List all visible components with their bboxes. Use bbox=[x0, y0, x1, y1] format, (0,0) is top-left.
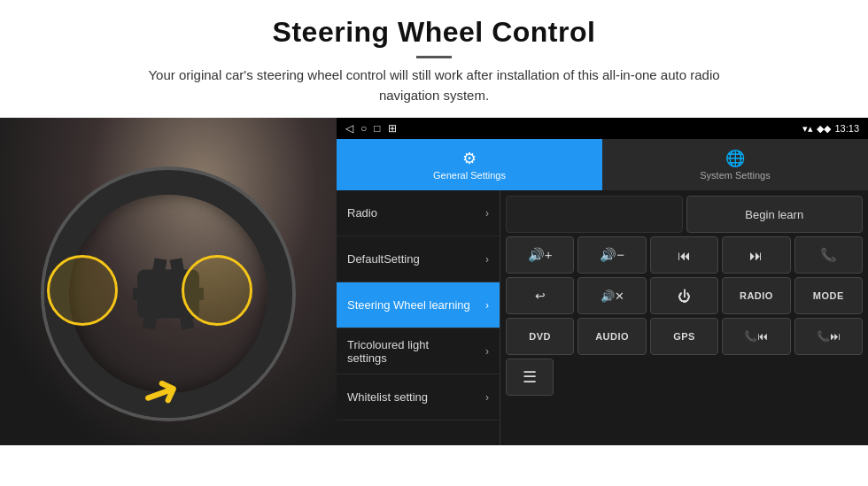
recents-nav-icon[interactable]: □ bbox=[374, 122, 380, 135]
menu-item-whitelist[interactable]: Whitelist setting › bbox=[337, 374, 500, 420]
next-icon: ⏭ bbox=[749, 248, 763, 263]
signal-icon: ◆◆ bbox=[817, 123, 831, 135]
empty-placeholder bbox=[506, 196, 683, 233]
back-call-button[interactable]: ↩ bbox=[506, 277, 574, 314]
status-nav-icons: ◁ ○ □ ⊞ bbox=[345, 122, 397, 135]
menu-item-defaultsetting[interactable]: DefaultSetting › bbox=[337, 236, 500, 282]
whitelist-chevron: › bbox=[485, 391, 489, 404]
tab-bar: ⚙ General Settings 🌐 System Settings bbox=[337, 139, 868, 190]
control-row-3: ↩ 🔊✕ ⏻ RADIO MODE bbox=[506, 277, 863, 314]
steering-wheel-controls: Begin learn 🔊+ 🔊− ⏮ ⏭ bbox=[500, 190, 868, 445]
wifi-icon: ▾▴ bbox=[802, 123, 813, 135]
tricoloured-label: Tricoloured lightsettings bbox=[347, 338, 429, 365]
general-settings-label: General Settings bbox=[433, 170, 506, 181]
radio-chevron: › bbox=[485, 207, 489, 220]
radio-label: Radio bbox=[347, 206, 377, 220]
call-icon: 📞 bbox=[820, 247, 837, 263]
steering-wheel-label: Steering Wheel learning bbox=[347, 298, 470, 312]
prev-icon: ⏮ bbox=[678, 248, 691, 263]
content-area: Radio › DefaultSetting › Steering Wheel … bbox=[337, 190, 868, 445]
general-settings-icon: ⚙ bbox=[462, 149, 477, 168]
defaultsetting-chevron: › bbox=[485, 253, 489, 266]
steering-wheel-image: ➜ bbox=[0, 118, 337, 445]
mute-icon: 🔊✕ bbox=[601, 289, 624, 303]
control-row-2: 🔊+ 🔊− ⏮ ⏭ 📞 bbox=[506, 236, 863, 274]
clock: 13:13 bbox=[834, 123, 859, 134]
mode-text: MODE bbox=[813, 290, 844, 301]
header-subtitle: Your original car's steering wheel contr… bbox=[124, 66, 744, 105]
volume-up-button[interactable]: 🔊+ bbox=[506, 236, 574, 274]
power-button[interactable]: ⏻ bbox=[650, 277, 718, 314]
mute-button[interactable]: 🔊✕ bbox=[577, 277, 646, 314]
call-prev-button[interactable]: 📞⏮ bbox=[722, 318, 790, 355]
gps-text: GPS bbox=[673, 331, 695, 342]
audio-button[interactable]: AUDIO bbox=[577, 318, 646, 355]
menu-list-button[interactable]: ☰ bbox=[506, 359, 554, 396]
settings-menu: Radio › DefaultSetting › Steering Wheel … bbox=[337, 190, 500, 445]
tab-system-settings[interactable]: 🌐 System Settings bbox=[602, 139, 868, 190]
system-settings-label: System Settings bbox=[700, 170, 770, 181]
back-call-icon: ↩ bbox=[535, 289, 546, 303]
control-row-4: DVD AUDIO GPS 📞⏮ 📞⏭ bbox=[506, 318, 863, 355]
volume-down-button[interactable]: 🔊− bbox=[577, 236, 646, 274]
call-prev-icon: 📞⏮ bbox=[744, 330, 768, 343]
previous-track-button[interactable]: ⏮ bbox=[650, 236, 718, 274]
menu-item-tricoloured[interactable]: Tricoloured lightsettings › bbox=[337, 328, 500, 374]
status-bar: ◁ ○ □ ⊞ ▾▴ ◆◆ 13:13 bbox=[337, 118, 868, 139]
defaultsetting-label: DefaultSetting bbox=[347, 252, 420, 266]
tricoloured-chevron: › bbox=[485, 345, 489, 358]
android-panel: ◁ ○ □ ⊞ ▾▴ ◆◆ 13:13 ⚙ General Settings 🌐… bbox=[337, 118, 868, 445]
power-icon: ⏻ bbox=[678, 289, 691, 304]
dvd-text: DVD bbox=[529, 331, 551, 342]
main-content: ➜ ◁ ○ □ ⊞ ▾▴ ◆◆ 13:13 ⚙ General Settings bbox=[0, 118, 868, 445]
page-header: Steering Wheel Control Your original car… bbox=[0, 0, 868, 114]
call-button[interactable]: 📞 bbox=[794, 236, 863, 274]
audio-text: AUDIO bbox=[595, 331, 629, 342]
back-nav-icon[interactable]: ◁ bbox=[345, 122, 353, 135]
begin-learn-button[interactable]: Begin learn bbox=[686, 196, 864, 233]
tab-general-settings[interactable]: ⚙ General Settings bbox=[337, 139, 602, 190]
gps-button[interactable]: GPS bbox=[650, 318, 718, 355]
volume-down-icon: 🔊− bbox=[600, 247, 624, 263]
next-track-button[interactable]: ⏭ bbox=[722, 236, 790, 274]
home-nav-icon[interactable]: ○ bbox=[360, 122, 367, 135]
menu-item-radio[interactable]: Radio › bbox=[337, 190, 500, 236]
screenshot-icon[interactable]: ⊞ bbox=[388, 122, 397, 135]
status-indicators: ▾▴ ◆◆ 13:13 bbox=[802, 123, 859, 135]
steering-chevron: › bbox=[485, 299, 489, 312]
control-row-5: ☰ bbox=[506, 359, 863, 396]
page-title: Steering Wheel Control bbox=[18, 16, 850, 49]
radio-text: RADIO bbox=[740, 290, 773, 301]
menu-list-icon: ☰ bbox=[523, 367, 537, 387]
call-next-button[interactable]: 📞⏭ bbox=[794, 318, 863, 355]
whitelist-label: Whitelist setting bbox=[347, 390, 428, 404]
menu-item-steering-wheel[interactable]: Steering Wheel learning › bbox=[337, 282, 500, 328]
radio-btn[interactable]: RADIO bbox=[722, 277, 790, 314]
title-divider bbox=[416, 56, 452, 58]
volume-up-icon: 🔊+ bbox=[528, 247, 553, 263]
control-row-1: Begin learn bbox=[506, 196, 863, 233]
system-settings-icon: 🌐 bbox=[725, 149, 745, 168]
dvd-button[interactable]: DVD bbox=[506, 318, 574, 355]
call-next-icon: 📞⏭ bbox=[817, 330, 841, 343]
mode-btn[interactable]: MODE bbox=[794, 277, 863, 314]
